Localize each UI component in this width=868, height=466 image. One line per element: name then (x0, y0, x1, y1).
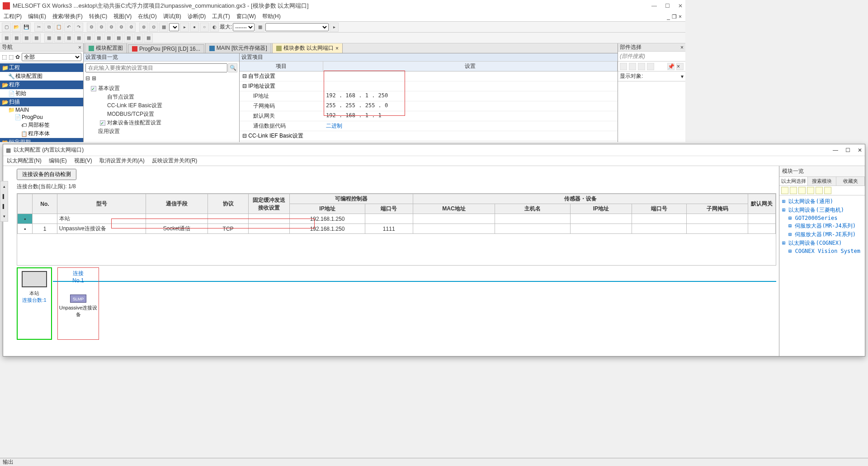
th-plc-ip[interactable]: IP地址 (290, 204, 365, 214)
settings-tree-item[interactable]: 自节点设置 (85, 93, 237, 101)
close-icon[interactable]: × (676, 63, 684, 70)
nav-item[interactable]: 🏷局部标签 (0, 121, 83, 129)
tool-btn[interactable]: ▦ (134, 33, 143, 43)
grid-value[interactable]: 不使用 (323, 141, 618, 142)
nav-close-icon[interactable]: × (78, 44, 81, 51)
grid-value[interactable]: 二进制 (323, 121, 618, 131)
menu-help[interactable]: 帮助(H) (262, 13, 281, 20)
grid-row[interactable]: 通信数据代码二进制 (240, 121, 618, 131)
toolbar-combo-2[interactable] (265, 23, 329, 31)
zoom-in-button[interactable]: ⊕ (139, 23, 148, 32)
dlg-menu-apply[interactable]: 反映设置并关闭(R) (152, 157, 198, 165)
tool-btn[interactable]: ▦ (104, 33, 113, 43)
grid-section-header[interactable]: ⊟ 自节点设置 (240, 71, 618, 81)
mdi-close-icon[interactable]: × (679, 14, 682, 20)
side-tab-strip[interactable]: ▴ ▌ ▌ ▾ (0, 181, 8, 222)
menu-tools[interactable]: 工具(T) (212, 13, 230, 20)
nav-item[interactable]: 📂扫描 (0, 98, 83, 106)
document-tab[interactable]: ProgPou [PRG] [LD] 16... (128, 44, 204, 53)
grid-row[interactable]: IP地址192 . 168 . 1 . 250 (240, 91, 618, 101)
menu-debug[interactable]: 调试(B) (163, 13, 181, 20)
document-tab[interactable]: 模块参数 以太网端口× (272, 43, 343, 53)
tool-btn[interactable]: ○ (200, 23, 209, 32)
table-row[interactable]: ▪本站192.168.1.250 (18, 214, 686, 224)
tool-btn[interactable]: ▦ (94, 33, 103, 43)
grid-row[interactable]: 子网掩码255 . 255 . 255 . 0 (240, 101, 618, 111)
dlg-menu-edit[interactable]: 编辑(E) (49, 157, 67, 165)
tool-btn[interactable]: ⚙ (107, 23, 116, 32)
parts-tool-icon[interactable] (629, 63, 636, 70)
parts-close-icon[interactable]: × (680, 44, 684, 51)
menu-convert[interactable]: 转换(C) (89, 13, 108, 20)
th-plc[interactable]: 可编程控制器 (290, 194, 413, 204)
th-host[interactable]: 主机名 (495, 204, 570, 214)
new-button[interactable]: ▢ (2, 23, 11, 32)
grid-value[interactable]: 192 . 168 . 1 . 250 (323, 91, 618, 101)
dlg-menu-cancel[interactable]: 取消设置并关闭(A) (99, 157, 145, 165)
menu-edit[interactable]: 编辑(E) (28, 13, 46, 20)
settings-tree-item[interactable]: 基本设置 (85, 84, 237, 93)
tool-btn[interactable]: ▦ (144, 33, 153, 43)
tree-tool-icon[interactable]: ⊟ (85, 75, 90, 81)
tool-btn[interactable]: ⚙ (97, 23, 106, 32)
side-tab[interactable]: ▌ (3, 194, 5, 199)
nav-filter-combo[interactable]: 全部 (22, 53, 81, 61)
tool-btn[interactable]: ▦ (114, 33, 123, 43)
th-buf[interactable]: 固定缓冲发送接收设置 (249, 194, 290, 214)
settings-tree-item[interactable]: 应用设置 (85, 127, 237, 136)
menu-online[interactable]: 在线(O) (138, 13, 156, 20)
gear-icon[interactable]: ✿ (15, 54, 20, 60)
grid-value[interactable]: 192 . 168 . 1 . 1 (323, 111, 618, 121)
undo-button[interactable]: ↶ (64, 23, 73, 32)
tool-btn[interactable]: ▸ (180, 23, 189, 32)
chevron-down-icon[interactable]: ▾ (681, 73, 684, 80)
menu-view[interactable]: 视图(V) (113, 13, 132, 20)
settings-tree[interactable]: 基本设置自节点设置CC-Link IEF Basic设置MODBUS/TCP设置… (84, 82, 239, 142)
tree-tool-icon[interactable]: ⊞ (92, 75, 96, 81)
parts-tool-icon[interactable] (638, 63, 645, 70)
minimize-button[interactable]: — (651, 3, 657, 9)
tool-btn[interactable]: ▦ (44, 33, 53, 43)
menu-search[interactable]: 搜索/替换(F) (52, 13, 83, 20)
tool-btn[interactable]: ◐ (210, 23, 219, 32)
tool-btn[interactable]: ▦ (84, 33, 93, 43)
nav-item[interactable]: 📄ProgPou (0, 114, 83, 121)
nav-tool-icon[interactable]: ⬚ (9, 54, 14, 60)
parts-tool-icon[interactable] (647, 63, 654, 70)
tab-close-icon[interactable]: × (335, 45, 339, 52)
tool-btn[interactable]: ▦ (2, 33, 11, 43)
grid-row[interactable]: 默认网关192 . 168 . 1 . 1 (240, 111, 618, 121)
side-down-icon[interactable]: ▾ (3, 214, 5, 219)
max-combo[interactable]: ------- (233, 23, 255, 31)
th-sport[interactable]: 端口号 (632, 204, 685, 214)
tool-btn[interactable]: ▸ (330, 23, 339, 32)
parts-tool-icon[interactable] (620, 63, 627, 70)
th-no[interactable]: No. (33, 194, 57, 214)
grid-value[interactable]: 255 . 255 . 255 . 0 (323, 101, 618, 111)
nav-item[interactable]: 📂恒定周期 (0, 138, 83, 142)
nav-item[interactable]: 📁工程 (0, 63, 83, 72)
search-go-button[interactable]: 🔍 (228, 63, 237, 72)
paste-button[interactable]: 📋 (54, 23, 63, 32)
nav-item[interactable]: 📋程序本体 (0, 129, 83, 138)
nav-item[interactable]: 📄初始 (0, 89, 83, 98)
menu-project[interactable]: 工程(P) (4, 13, 22, 20)
maximize-button[interactable]: ☐ (665, 3, 670, 9)
table-row[interactable]: ▪1Unpassive连接设备Socket通信TCP192.168.1.2501… (18, 224, 686, 234)
settings-search-input[interactable] (85, 63, 227, 72)
tool-btn[interactable]: ⚙ (87, 23, 96, 32)
tool-btn[interactable]: ▦ (159, 23, 168, 32)
nav-item[interactable]: 🔧模块配置图 (0, 72, 83, 81)
th-model[interactable]: 型号 (57, 194, 146, 214)
document-tab[interactable]: MAIN [软元件存储器] (205, 43, 271, 53)
th-proto[interactable]: 协议 (208, 194, 249, 214)
tool-btn[interactable]: ▦ (255, 23, 264, 32)
mdi-restore-icon[interactable]: ❐ (672, 14, 677, 20)
nav-item[interactable]: 📁MAIN (0, 106, 83, 114)
tool-btn[interactable]: ▦ (64, 33, 73, 43)
menu-diagnose[interactable]: 诊断(D) (188, 13, 206, 20)
close-button[interactable]: ✕ (678, 3, 683, 9)
ethernet-table-wrap[interactable]: No. 型号 通信手段 协议 固定缓冲发送接收设置 可编程控制器 传感器・设备 … (17, 193, 685, 266)
parts-search[interactable]: (部件搜索) (618, 52, 685, 62)
th-mac[interactable]: MAC地址 (413, 204, 495, 214)
